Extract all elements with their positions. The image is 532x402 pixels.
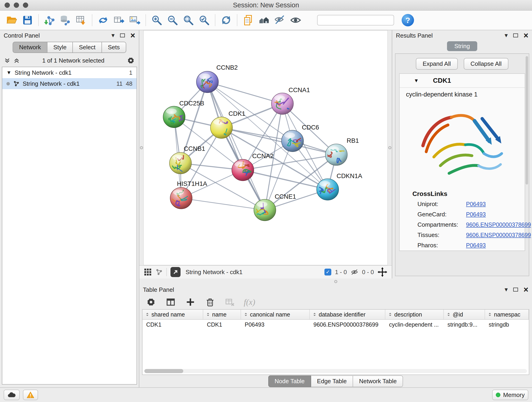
table-row[interactable]: CDK1 CDK1 P06493 9606.ENSP00000378699 cy… [143,320,529,329]
expand-all-icon[interactable] [13,57,20,64]
import-network-file-button[interactable] [42,13,57,27]
tab-node-table[interactable]: Node Table [268,375,311,387]
panel-close-icon[interactable]: × [524,287,528,293]
zoom-window-button[interactable] [23,2,28,8]
pan-crosshair-icon[interactable] [378,267,387,277]
function-builder-button[interactable]: f(x) [244,297,255,307]
tab-edge-table[interactable]: Edge Table [311,375,353,387]
network-node-cdkn1a[interactable]: CDKN1A [317,172,362,200]
network-edge[interactable] [243,170,328,190]
tab-network-table[interactable]: Network Table [353,375,403,387]
collapse-all-button[interactable]: Collapse All [464,58,509,70]
titlebar: Session: New Session [0,0,532,11]
select-columns-button[interactable] [165,296,177,308]
network-canvas[interactable]: CCNB2CCNA1CDC25BCDK1CDC6RB1CCNB1CCNA2CDK… [143,30,388,265]
open-in-window-button[interactable] [171,267,181,277]
collapse-all-icon[interactable] [4,57,10,64]
network-node-hist1h1a[interactable]: HIST1H1A [170,180,207,209]
crosslink-link[interactable]: P06493 [466,211,486,218]
network-row[interactable]: String Network - cdk1 11 48 [2,78,137,89]
tab-select[interactable]: Select [73,42,102,53]
tab-sets[interactable]: Sets [102,42,126,53]
string-home-button[interactable] [257,13,271,27]
zoom-in-button[interactable] [150,13,164,27]
zoom-out-button[interactable] [165,13,180,27]
tab-string[interactable]: String [447,41,477,51]
crosslink-link[interactable]: P06493 [466,201,486,207]
close-window-button[interactable] [5,2,10,8]
tab-style[interactable]: Style [47,42,73,53]
hide-annotations-button[interactable] [273,13,287,27]
crosslink-link[interactable]: 9606.ENSP00000378699 [466,221,531,228]
column-header[interactable]: canonical name [241,310,310,319]
network-glyph-icon[interactable] [155,268,163,276]
import-network-database-button[interactable] [58,13,72,27]
zoom-selected-button[interactable] [197,13,211,27]
open-session-button[interactable] [5,13,19,27]
horizontal-splitter[interactable] [139,279,532,284]
horizontal-scrollbar[interactable] [144,369,527,373]
birds-eye-icon[interactable] [144,268,152,276]
crosslink-link[interactable]: 9606.ENSP00000378699 [466,232,531,238]
export-table-button[interactable] [112,13,126,27]
network-edge[interactable] [181,198,265,210]
panel-maximize-icon[interactable] [513,33,518,37]
gear-icon[interactable] [127,57,135,64]
network-edge[interactable] [207,82,282,104]
crosslink-link[interactable]: P06493 [466,242,486,249]
network-node-ccna2[interactable]: CCNA2 [232,153,274,181]
column-header[interactable]: namespac [485,310,529,319]
panel-menu-icon[interactable]: ▾ [505,287,508,293]
apply-layout-button[interactable] [219,13,233,27]
network-collection-row[interactable]: ▼ String Network - cdk1 1 [2,67,137,78]
disclosure-triangle-icon[interactable]: ▼ [414,78,419,84]
import-table-button[interactable] [74,13,88,27]
table-settings-button[interactable] [145,296,157,308]
column-header[interactable]: description [385,310,444,319]
search-input[interactable] [323,17,396,24]
table-import-icon [75,14,87,26]
column-header[interactable]: database identifier [310,310,385,319]
column-header[interactable]: @id [444,310,485,319]
panel-close-icon[interactable]: × [130,32,135,39]
minimize-window-button[interactable] [14,2,19,8]
network-node-ccnb1[interactable]: CCNB1 [170,145,205,174]
cloud-button[interactable] [4,390,20,400]
network-node-cdc25b[interactable]: CDC25B [163,100,204,128]
clone-network-button[interactable] [96,13,110,27]
network-node-cdk1[interactable]: CDK1 [210,110,245,138]
network-node-ccna1[interactable]: CCNA1 [272,87,310,114]
splitter-handle[interactable] [334,280,337,283]
panel-maximize-icon[interactable] [513,288,518,292]
column-header[interactable]: name [203,310,241,319]
results-scrollbar[interactable] [526,56,528,185]
tab-network[interactable]: Network [13,42,47,53]
add-column-button[interactable] [185,296,196,308]
network-graph[interactable]: CCNB2CCNA1CDC25BCDK1CDC6RB1CCNB1CCNA2CDK… [144,31,387,265]
warnings-button[interactable] [23,390,38,400]
zoom-fit-button[interactable] [181,13,196,27]
splitter-handle[interactable] [140,146,143,149]
panel-menu-icon[interactable]: ▾ [111,32,114,38]
delete-table-button[interactable] [224,296,235,308]
export-image-button[interactable] [128,13,142,27]
scrollbar-thumb[interactable] [144,369,183,373]
network-edge[interactable] [207,82,265,210]
left-splitter[interactable] [139,30,143,265]
panel-menu-icon[interactable]: ▾ [505,32,508,38]
right-splitter[interactable] [388,30,392,265]
delete-column-button[interactable] [204,296,216,308]
splitter-handle[interactable] [388,146,391,149]
panel-close-icon[interactable]: × [524,32,528,39]
disclosure-triangle-icon[interactable]: ▼ [6,70,12,76]
copy-document-button[interactable] [241,13,255,27]
selected-checkbox-icon[interactable]: ✓ [324,269,331,275]
network-node-rb1[interactable]: RB1 [325,137,359,165]
help-button[interactable]: ? [402,14,414,26]
panel-maximize-icon[interactable] [120,33,125,37]
memory-button[interactable]: Memory [492,390,528,400]
save-session-button[interactable] [20,13,35,27]
show-annotations-button[interactable] [288,13,303,27]
column-header[interactable]: shared name [143,310,203,319]
expand-all-button[interactable]: Expand All [416,58,458,70]
